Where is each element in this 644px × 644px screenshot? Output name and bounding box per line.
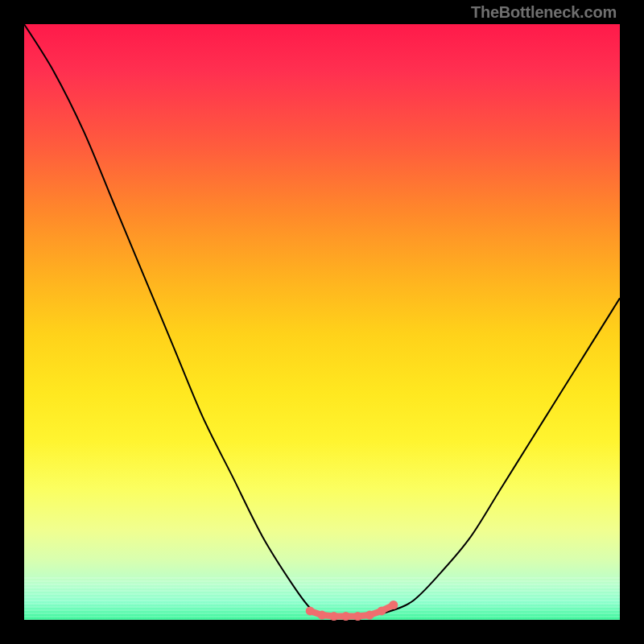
svg-point-4 [353, 612, 362, 621]
watermark-text: TheBottleneck.com [471, 3, 617, 22]
svg-point-3 [341, 612, 350, 621]
right-curve [382, 298, 620, 613]
bottom-marker-band [306, 601, 398, 621]
svg-point-6 [378, 606, 386, 615]
curve-layer [24, 24, 620, 620]
svg-point-0 [306, 606, 315, 615]
plot-area [24, 24, 620, 620]
chart-frame: TheBottleneck.com [0, 0, 644, 644]
svg-point-7 [389, 601, 398, 609]
left-curve [24, 24, 322, 614]
svg-point-2 [329, 612, 338, 621]
svg-point-1 [318, 611, 327, 620]
svg-point-5 [365, 611, 374, 620]
